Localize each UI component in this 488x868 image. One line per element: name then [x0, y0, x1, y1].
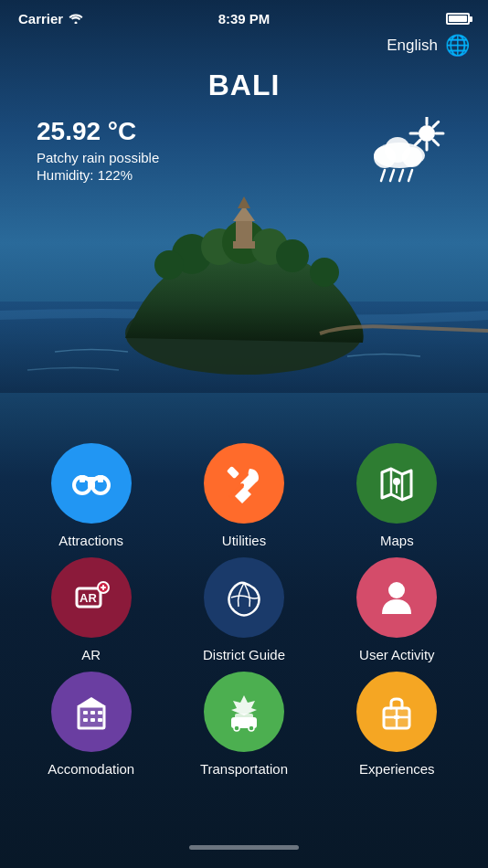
svg-marker-55 — [77, 697, 106, 706]
svg-line-16 — [433, 140, 439, 145]
weather-temperature: 25.92 °C — [37, 117, 159, 146]
svg-text:AR: AR — [80, 591, 97, 605]
transportation-button[interactable]: Transportation — [185, 672, 303, 777]
city-title: BALI — [0, 65, 488, 110]
svg-rect-48 — [79, 706, 104, 728]
transport-icon — [222, 690, 266, 734]
svg-rect-57 — [235, 714, 253, 721]
district-guide-label: District Guide — [203, 647, 285, 662]
svg-rect-36 — [227, 466, 239, 479]
maps-label: Maps — [380, 533, 414, 548]
accommodation-label: Accomodation — [48, 761, 134, 777]
battery-icon — [446, 13, 470, 25]
district-guide-button[interactable]: District Guide — [185, 557, 303, 662]
svg-line-19 — [415, 140, 420, 145]
weather-humidity: Humidity: 122% — [37, 167, 159, 183]
maps-button[interactable]: Maps — [337, 443, 456, 548]
status-bar: Carrier 8:39 PM — [0, 0, 488, 30]
svg-point-39 — [393, 478, 400, 485]
rain-cloud-sun-icon — [365, 117, 447, 190]
language-bar[interactable]: English 🌐 — [0, 30, 488, 65]
svg-rect-34 — [85, 477, 98, 481]
time-label: 8:39 PM — [218, 11, 271, 26]
accommodation-button[interactable]: Accomodation — [32, 672, 151, 777]
status-left: Carrier — [18, 11, 83, 26]
attractions-button[interactable]: Attractions — [32, 443, 151, 548]
weather-info: 25.92 °C Patchy rain possible Humidity: … — [37, 117, 159, 183]
user-activity-label: User Activity — [359, 647, 435, 662]
svg-point-46 — [388, 582, 405, 598]
hotel-icon — [69, 690, 113, 734]
svg-line-26 — [390, 170, 394, 181]
person-icon — [375, 576, 419, 619]
svg-rect-31 — [88, 482, 95, 488]
user-activity-button[interactable]: User Activity — [337, 557, 456, 662]
icons-row-1: Attractions Utilities — [15, 443, 473, 548]
weather-description: Patchy rain possible — [37, 150, 159, 165]
svg-rect-54 — [98, 718, 102, 722]
bag-icon — [375, 690, 419, 734]
icons-grid: Attractions Utilities — [0, 443, 488, 786]
transportation-circle — [204, 672, 284, 752]
wifi-icon — [69, 11, 83, 26]
ar-button[interactable]: AR AR — [32, 557, 151, 662]
icons-row-2: AR AR District — [15, 557, 473, 662]
svg-point-20 — [419, 125, 435, 142]
experiences-label: Experiences — [359, 761, 435, 777]
attractions-label: Attractions — [58, 533, 123, 548]
utilities-circle — [204, 443, 284, 524]
accommodation-circle — [51, 672, 132, 752]
svg-line-28 — [408, 170, 412, 181]
icons-row-3: Accomodation Transportation — [15, 672, 473, 777]
utilities-button[interactable]: Utilities — [185, 443, 303, 548]
ar-label: AR — [81, 647, 101, 662]
attractions-circle — [51, 443, 132, 524]
svg-rect-51 — [98, 711, 102, 715]
district-guide-circle — [204, 557, 284, 638]
district-icon — [222, 576, 266, 619]
globe-icon: 🌐 — [445, 34, 470, 58]
experiences-button[interactable]: Experiences — [337, 672, 456, 777]
svg-rect-52 — [83, 718, 88, 722]
weather-icon-container — [360, 117, 451, 190]
carrier-label: Carrier — [18, 11, 63, 26]
svg-line-25 — [381, 170, 385, 181]
weather-section: 25.92 °C Patchy rain possible Humidity: … — [0, 110, 488, 190]
map-icon — [375, 461, 419, 505]
language-label: English — [387, 37, 438, 55]
svg-rect-33 — [98, 475, 103, 482]
svg-line-14 — [433, 122, 439, 127]
svg-rect-66 — [394, 715, 399, 719]
ar-circle: AR — [51, 557, 132, 638]
svg-rect-53 — [90, 718, 95, 722]
status-right — [446, 13, 470, 25]
time-display: 8:39 PM — [218, 11, 271, 26]
svg-rect-32 — [80, 475, 85, 482]
binoculars-icon — [69, 461, 113, 505]
home-bar — [189, 845, 299, 850]
tools-icon — [222, 461, 266, 505]
svg-point-24 — [385, 137, 410, 163]
experiences-circle — [356, 672, 437, 752]
transportation-label: Transportation — [200, 761, 288, 777]
svg-rect-49 — [83, 711, 88, 715]
maps-circle — [356, 443, 437, 524]
user-activity-circle — [356, 557, 437, 638]
svg-rect-50 — [90, 711, 95, 715]
utilities-label: Utilities — [222, 533, 266, 548]
ar-icon: AR — [69, 576, 113, 619]
svg-line-27 — [399, 170, 403, 181]
